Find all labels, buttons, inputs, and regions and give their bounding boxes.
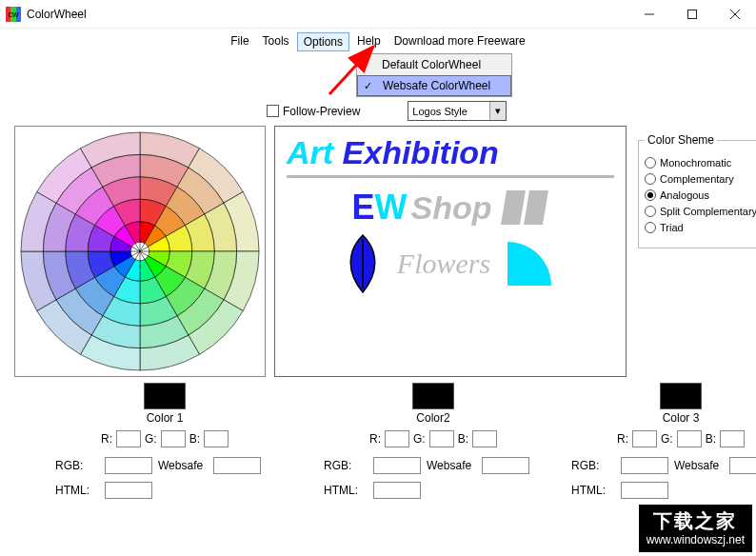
color3-b-input[interactable] (720, 430, 745, 447)
dropdown-websafe-colorwheel[interactable]: ✓ Websafe ColorWheel (357, 75, 511, 96)
scheme-split-complementary[interactable]: Split Complementary (645, 206, 756, 217)
scheme-analogous[interactable]: Analogous (645, 189, 756, 201)
color1-websafe-input[interactable] (213, 457, 261, 474)
color-group-1: Color 1 R: G: B: RGB:Websafe HTML: (55, 383, 274, 506)
menu-options[interactable]: Options (297, 32, 349, 51)
svg-marker-18 (501, 190, 526, 225)
preview-flowers: Flowers (397, 248, 490, 280)
color1-label: Color 1 (55, 411, 274, 425)
window-title: ColorWheel (27, 8, 87, 21)
scheme-legend: Color Sheme (645, 133, 717, 147)
preview-art: Art (287, 134, 333, 170)
svg-marker-19 (524, 190, 548, 225)
color2-r-input[interactable] (385, 430, 409, 447)
dropdown-default-colorwheel[interactable]: Default ColorWheel (357, 54, 511, 75)
titlebar: cw ColorWheel (0, 0, 756, 29)
svg-rect-1 (687, 10, 696, 18)
leaf-icon (342, 233, 384, 294)
bars-icon (501, 190, 548, 225)
style-combobox[interactable]: Logos Style ▾ (408, 101, 507, 121)
close-button[interactable] (713, 0, 756, 29)
preview-exhibition: Exhibition (333, 134, 499, 170)
options-dropdown: Default ColorWheel ✓ Websafe ColorWheel (356, 53, 512, 97)
dropdown-item-label: Websafe ColorWheel (383, 79, 490, 92)
color3-websafe-input[interactable] (729, 457, 756, 474)
chevron-down-icon: ▾ (489, 102, 506, 120)
color2-html-input[interactable] (373, 482, 421, 499)
menubar: File Tools Options Help Download more Fr… (0, 29, 756, 51)
color3-swatch[interactable] (660, 383, 702, 409)
color2-b-input[interactable] (472, 430, 497, 447)
scheme-monochromatic[interactable]: Monochromatic (645, 157, 756, 169)
color2-websafe-input[interactable] (482, 457, 529, 474)
color1-rgb-input[interactable] (105, 457, 152, 474)
color-wheel[interactable] (14, 126, 266, 377)
preview-shop: Shop (411, 189, 492, 227)
color2-swatch[interactable] (412, 383, 454, 409)
dropdown-item-label: Default ColorWheel (382, 58, 481, 71)
watermark: 下载之家 www.windowszj.net (639, 505, 752, 552)
color-group-3: Color 3 R: G: B: RGB:Websafe HTML: (571, 383, 756, 506)
preview-line1: Art Exhibition (287, 134, 614, 178)
color2-rgb-input[interactable] (373, 457, 421, 474)
color3-r-input[interactable] (632, 430, 657, 447)
color3-g-input[interactable] (677, 430, 702, 447)
color2-label: Color2 (324, 411, 543, 425)
menu-download[interactable]: Download more Freeware (388, 32, 531, 51)
color3-rgb-input[interactable] (621, 457, 668, 474)
minimize-button[interactable] (627, 0, 670, 29)
color3-html-input[interactable] (621, 482, 668, 499)
preview-line3: Flowers (287, 233, 614, 294)
color1-g-input[interactable] (161, 430, 186, 447)
preview-panel: Art Exhibition EW Shop Flowers (274, 126, 627, 377)
scheme-complementary[interactable]: Complementary (645, 173, 756, 185)
follow-preview-checkbox[interactable]: Follow-Preview (267, 105, 360, 118)
checkbox-box (267, 105, 279, 117)
color1-html-input[interactable] (105, 482, 152, 499)
color1-b-input[interactable] (204, 430, 229, 447)
color1-swatch[interactable] (144, 383, 186, 409)
preview-ew: EW (352, 188, 408, 228)
color-scheme-group: Color Sheme Monochromatic Complementary … (636, 133, 743, 248)
color1-r-input[interactable] (116, 430, 141, 447)
color2-g-input[interactable] (429, 430, 454, 447)
app-icon: cw (6, 7, 21, 22)
maximize-button[interactable] (670, 0, 713, 29)
color-group-2: Color2 R: G: B: RGB:Websafe HTML: (324, 383, 543, 506)
combobox-value: Logos Style (412, 106, 467, 117)
color3-label: Color 3 (571, 411, 756, 425)
preview-line2: EW Shop (287, 188, 614, 228)
menu-help[interactable]: Help (351, 32, 387, 51)
quarter-circle-icon (504, 238, 559, 289)
follow-preview-label: Follow-Preview (283, 105, 360, 118)
menu-file[interactable]: File (225, 32, 254, 51)
menu-tools[interactable]: Tools (257, 32, 295, 51)
check-icon: ✓ (364, 80, 372, 92)
scheme-triad[interactable]: Triad (645, 222, 756, 233)
